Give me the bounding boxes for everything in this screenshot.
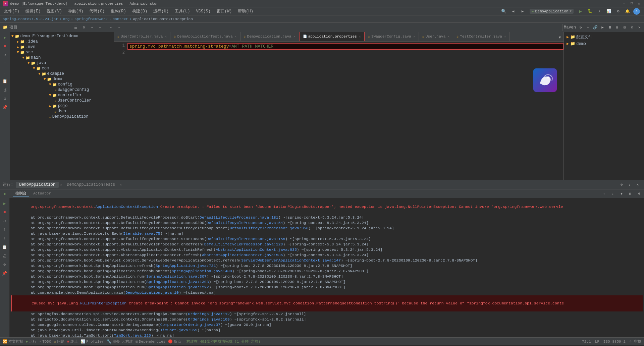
forward-btn[interactable]: ▶ bbox=[519, 8, 526, 15]
status-breakpoints[interactable]: 🔴 断点 bbox=[168, 339, 181, 344]
expand-btn[interactable]: ↔ bbox=[88, 24, 96, 31]
status-problems[interactable]: ⚠ 问题 bbox=[54, 339, 65, 344]
tree-item-java[interactable]: ▼ 📁 java bbox=[10, 60, 114, 66]
console-settings-side-btn[interactable]: ⚙ bbox=[1, 261, 9, 269]
tree-item-demo[interactable]: ▼ 📁 demo bbox=[10, 76, 114, 82]
left-dump-btn[interactable]: 📋 bbox=[1, 77, 9, 85]
maven-run-btn[interactable]: ▶ bbox=[599, 24, 606, 31]
cl14-link[interactable]: SpringApplication.java:1303 bbox=[146, 280, 209, 284]
maven-item-config[interactable]: ▶ 📁 配置文件 bbox=[564, 34, 644, 41]
tab-demoapplicationtests[interactable]: ☕ DemoApplicationTests.java ✕ bbox=[170, 32, 240, 41]
tree-item-src[interactable]: ▼ 📁 src bbox=[10, 50, 114, 55]
user-avatar[interactable]: A bbox=[633, 8, 640, 15]
status-build[interactable]: △ 构建 bbox=[122, 339, 133, 344]
menu-edit[interactable]: 编辑(E) bbox=[23, 8, 44, 15]
tree-item-demo-root[interactable]: ▼ 📁 demo E:\swaggerTest\demo bbox=[10, 34, 114, 39]
cl3-link[interactable]: DefaultLifecycleProcessor.java:54 bbox=[207, 221, 283, 225]
profile-btn[interactable]: 📊 bbox=[605, 8, 612, 15]
maven-add-btn[interactable]: + bbox=[585, 24, 591, 31]
tab-usercontroller[interactable]: ☕ UserController.java ✕ bbox=[114, 32, 170, 41]
cl8-link[interactable]: AbstractApplicationContext.java:935 bbox=[216, 247, 297, 252]
maximize-button[interactable]: □ bbox=[629, 1, 634, 6]
tree-item-usercontroller[interactable]: ☕ UserController bbox=[10, 98, 114, 103]
console-filter-btn[interactable]: ▼ bbox=[618, 190, 625, 197]
maven-settings-btn[interactable]: ⚙ bbox=[629, 24, 635, 31]
settings-btn[interactable]: ⚙ bbox=[614, 8, 622, 15]
menu-vcs[interactable]: VCS(S) bbox=[193, 8, 213, 14]
maven-expand-all-btn[interactable]: ⊞ bbox=[614, 24, 621, 31]
tree-item-example[interactable]: ▼ 📁 example bbox=[10, 71, 114, 76]
bottom-settings-btn[interactable]: ⚙ bbox=[618, 181, 625, 188]
maven-close-btn[interactable]: ✕ bbox=[636, 24, 643, 31]
tree-item-user[interactable]: ☕ User bbox=[10, 109, 114, 114]
tab-demoapplication-close[interactable]: ✕ bbox=[293, 35, 296, 39]
menu-run[interactable]: 运行(U) bbox=[151, 8, 171, 15]
left-down-btn[interactable]: ↓ bbox=[1, 68, 9, 76]
tab-demoapplication[interactable]: ☕ DemoApplication.java ✕ bbox=[240, 32, 299, 41]
menu-help[interactable]: 帮助(H) bbox=[235, 8, 256, 15]
menu-window[interactable]: 窗口(W) bbox=[214, 8, 235, 15]
tab-user-close[interactable]: ✕ bbox=[447, 35, 449, 39]
tab-user[interactable]: ☕ User.java ✕ bbox=[419, 32, 453, 41]
run-btn[interactable]: ▶ bbox=[577, 8, 584, 15]
bottom-tab-demoapplication[interactable]: DemoApplication bbox=[16, 182, 59, 188]
cl7-link[interactable]: DefaultLifecycleProcessor.java:123 bbox=[204, 242, 283, 246]
search-everywhere-btn[interactable]: 🔍 bbox=[500, 8, 507, 15]
left-print-btn[interactable]: 🖨 bbox=[1, 86, 9, 94]
run-play-btn[interactable]: ▶ bbox=[1, 190, 9, 197]
tree-item-config[interactable]: ▼ 📁 config bbox=[10, 82, 114, 87]
run-subtab-actuator[interactable]: Actuator bbox=[31, 191, 54, 197]
editor-right-btn[interactable]: → bbox=[115, 24, 123, 31]
tab-testcontroller-close[interactable]: ✕ bbox=[504, 35, 506, 39]
left-settings-btn[interactable]: ⚙ bbox=[1, 95, 9, 103]
editor-content[interactable]: 1 spring.mvc.pathmatch.matching-strategy… bbox=[114, 42, 564, 180]
back-btn[interactable]: ◀ bbox=[509, 8, 517, 15]
status-todo[interactable]: ✓ TODO bbox=[39, 339, 51, 344]
cl18-link[interactable]: Orderings.java:109 bbox=[188, 317, 230, 322]
menu-view[interactable]: 视图(V) bbox=[44, 8, 65, 15]
left-rerun-btn[interactable]: ↺ bbox=[1, 51, 9, 59]
cl10-link[interactable]: ServletWebServerApplicationContext.java:… bbox=[241, 258, 341, 263]
cl21-link[interactable]: TimSort.java:220 bbox=[114, 333, 151, 337]
console-fold-btn[interactable]: ⊟ bbox=[627, 190, 634, 197]
cl15-link[interactable]: SpringApplication.java:1292 bbox=[146, 285, 209, 289]
cl-caused-link[interactable]: NullPointerException bbox=[80, 301, 126, 305]
left-up-btn[interactable]: ↑ bbox=[1, 60, 9, 68]
cl20-link[interactable]: TimSort.java:355 bbox=[160, 328, 197, 332]
tree-item-com[interactable]: ▼ 📁 com bbox=[10, 66, 114, 71]
menu-navigate[interactable]: 导航(N) bbox=[65, 8, 86, 15]
tree-item-idea[interactable]: ▶ 📁 .idea bbox=[10, 39, 114, 44]
tab-swaggerconfig[interactable]: ☕ SwaggerConfig.java ✕ bbox=[365, 32, 419, 41]
tree-item-swaggerconfig[interactable]: ☕ SwaggerConfig bbox=[10, 87, 114, 93]
tree-item-demoapplication[interactable]: ☕ DemoApplication bbox=[10, 114, 114, 119]
cl17-link[interactable]: Orderings.java:112 bbox=[188, 312, 230, 316]
status-version-control[interactable]: 🔀 本文控制 bbox=[3, 339, 23, 344]
cl5-link[interactable]: Iterable.java:75 bbox=[123, 231, 160, 236]
menu-file[interactable]: 文件(F) bbox=[1, 8, 22, 15]
scope-btn[interactable]: ☰ bbox=[72, 24, 79, 31]
status-run[interactable]: ▶ 运行 bbox=[26, 339, 37, 344]
minimize-button[interactable]: ─ bbox=[622, 1, 627, 6]
cl19-link[interactable]: ComparatorOrdering.java:37 bbox=[160, 323, 220, 327]
left-pin-btn[interactable]: 📌 bbox=[1, 103, 9, 111]
menu-tools[interactable]: 工具(L) bbox=[172, 8, 193, 15]
tree-item-pojo[interactable]: ▶ 📁 pojo bbox=[10, 103, 114, 109]
run-subtab-console[interactable]: 控制台 bbox=[13, 190, 29, 197]
notifications-btn[interactable]: 🔔 bbox=[624, 8, 631, 15]
menu-code[interactable]: 代码(C) bbox=[87, 8, 107, 15]
maven-debug-btn[interactable]: ⏸ bbox=[607, 24, 613, 31]
bottom-expand-btn[interactable]: ↕ bbox=[626, 181, 633, 188]
menu-refactor[interactable]: 重构(R) bbox=[108, 8, 129, 15]
status-line-ending[interactable]: LF bbox=[595, 340, 599, 344]
cl6-link[interactable]: DefaultLifecycleProcessor.java:155 bbox=[207, 237, 285, 241]
left-run-btn[interactable]: ▶ bbox=[1, 34, 9, 42]
status-terminal[interactable]: ■ 终止 bbox=[67, 339, 78, 344]
status-dependencies[interactable]: ⊡ Dependencies bbox=[136, 339, 165, 344]
collapse-btn[interactable]: – bbox=[96, 24, 104, 31]
console-run-btn[interactable]: ▶ bbox=[1, 199, 9, 208]
maven-link-btn[interactable]: 🔗 bbox=[592, 24, 599, 31]
run-config-selector[interactable]: ▶ DemoApplication ▼ bbox=[530, 9, 574, 14]
cl16-link[interactable]: DemoApplication.java:10 bbox=[125, 290, 179, 295]
console-rerun-btn[interactable]: ↺ bbox=[1, 217, 9, 225]
tab-swaggerconfig-close[interactable]: ✕ bbox=[413, 35, 415, 39]
